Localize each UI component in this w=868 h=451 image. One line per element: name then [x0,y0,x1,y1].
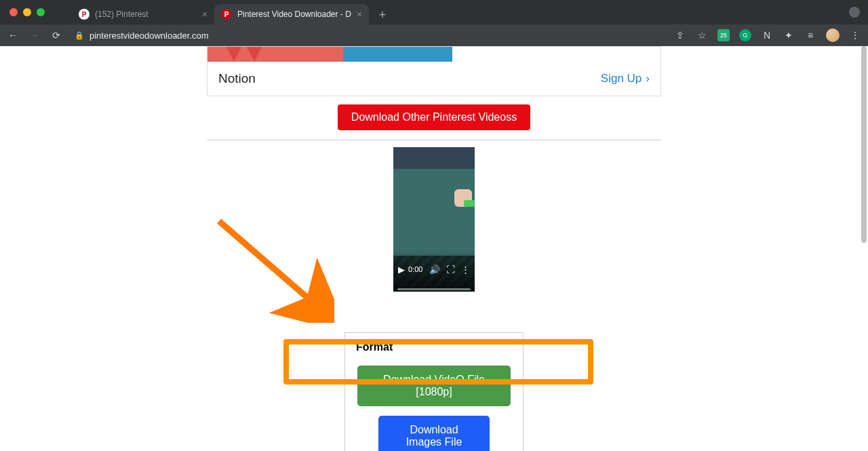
window-close-icon[interactable] [9,8,18,16]
promo-signup-link[interactable]: Sign Up › [601,72,650,85]
tab-title: (152) Pinterest [95,9,149,19]
window-titlebar: P (152) Pinterest × P Pinterest Video Do… [0,0,868,24]
grammarly-extension-icon[interactable]: G [739,29,751,41]
divider [207,140,661,140]
play-icon[interactable]: ▶ [398,264,405,275]
address-bar[interactable]: 🔒 pinterestvideodownloader.com [75,31,209,41]
nav-forward-icon[interactable]: → [28,30,41,41]
browser-toolbar: ← → ⟳ 🔒 pinterestvideodownloader.com ⇪ ☆… [0,24,868,46]
downloader-favicon-icon: P [221,9,232,20]
format-heading: Format [349,341,519,353]
download-other-button[interactable]: Download Other Pinterest Videoss [338,104,530,130]
tab-pinterest[interactable]: P (152) Pinterest × [72,4,214,24]
incognito-indicator-icon[interactable] [849,7,860,18]
lock-icon: 🔒 [75,31,84,40]
download-images-button[interactable]: Download Images File [378,416,490,451]
chrome-menu-icon[interactable]: ⋮ [849,30,861,41]
pinterest-favicon-icon: P [79,9,90,20]
vertical-scrollbar[interactable] [860,46,867,451]
url-text: pinterestvideodownloader.com [90,31,209,41]
download-video-button[interactable]: Download VideO File [1080p] [357,366,511,406]
tab-strip: P (152) Pinterest × P Pinterest Video Do… [72,0,392,24]
bookmark-star-icon[interactable]: ☆ [696,30,708,41]
window-minimize-icon[interactable] [23,8,31,16]
profile-avatar[interactable] [826,28,840,42]
tab-downloader[interactable]: P Pinterest Video Downloader - D × [214,4,369,24]
video-menu-icon[interactable]: ⋮ [461,264,470,275]
tab-title: Pinterest Video Downloader - D [237,9,351,19]
window-zoom-icon[interactable] [37,8,45,16]
close-tab-icon[interactable]: × [202,9,208,20]
notion-extension-icon[interactable]: N [761,30,773,41]
window-traffic-lights [9,8,45,16]
page-content: Notion Sign Up › Download Other Pinteres… [207,46,661,451]
fullscreen-icon[interactable]: ⛶ [446,264,455,275]
volume-icon[interactable]: 🔊 [429,264,440,275]
reading-list-icon[interactable]: ≡ [804,30,816,41]
extension-badge[interactable]: 25 [717,29,730,41]
scrollbar-thumb[interactable] [861,46,867,243]
format-card: Format Download VideO File [1080p] Downl… [344,332,524,451]
video-preview: ▶ 0:00 🔊 ⛶ ⋮ [207,147,661,292]
nav-back-icon[interactable]: ← [7,30,19,41]
video-controls: ▶ 0:00 🔊 ⛶ ⋮ [393,250,475,292]
promo-cta-label: Sign Up [601,72,642,85]
new-tab-button[interactable]: + [373,5,392,24]
promo-title: Notion [218,71,256,86]
video-progress[interactable] [397,288,471,290]
extensions-puzzle-icon[interactable]: ✦ [783,30,795,41]
close-tab-icon[interactable]: × [357,9,362,20]
video-player[interactable]: ▶ 0:00 🔊 ⛶ ⋮ [393,147,475,292]
share-icon[interactable]: ⇪ [674,30,686,41]
nav-reload-icon[interactable]: ⟳ [50,30,62,41]
chevron-right-icon: › [646,72,650,85]
page-viewport: Notion Sign Up › Download Other Pinteres… [0,46,868,451]
promo-card: Notion Sign Up › [207,46,661,96]
video-time: 0:00 [408,265,422,273]
promo-banner [208,47,660,62]
